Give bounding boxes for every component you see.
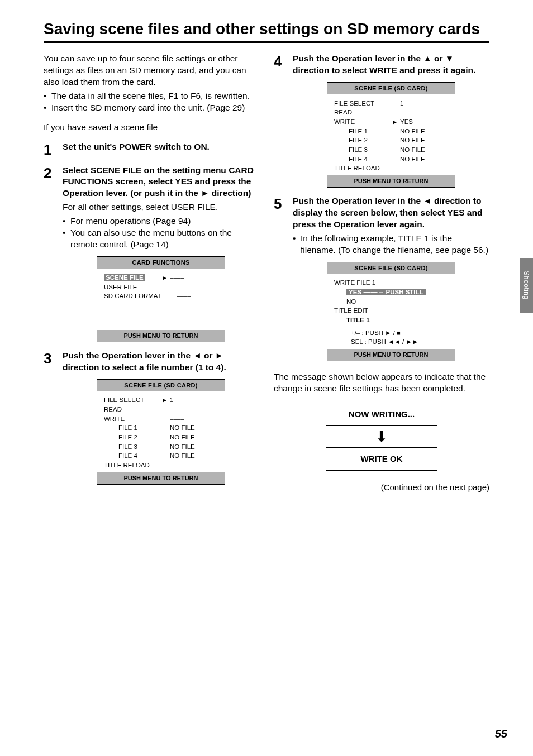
menu-title: SCENE FILE (SD CARD)	[97, 380, 225, 391]
menu-title: SCENE FILE (SD CARD)	[327, 83, 455, 94]
menu-row-title-reload: TITLE RELOAD	[104, 461, 160, 470]
menu-row-write: WRITE	[104, 414, 160, 424]
menu-title: CARD FUNCTIONS	[97, 257, 225, 269]
menu-value: ––––	[400, 164, 448, 173]
menu-scene-file-step5: SCENE FILE (SD CARD) WRITE FILE 1 YES ––…	[327, 262, 455, 361]
menu-row-file3: FILE 3	[104, 442, 160, 452]
right-column: 4 Push the Operation lever in the ▲ or ▼…	[274, 53, 489, 494]
triangle-right-icon	[162, 396, 168, 403]
menu-card-functions: CARD FUNCTIONS SCENE FILE–––– USER FILE–…	[97, 256, 225, 342]
menu-row-read: READ	[104, 405, 160, 414]
menu-scene-file-step3: SCENE FILE (SD CARD) FILE SELECT1 READ––…	[97, 379, 225, 485]
bullet-icon: •	[293, 233, 301, 256]
menu-value: NO FILE	[400, 145, 448, 155]
menu-row-title-reload: TITLE RELOAD	[334, 164, 390, 173]
continued-text: (Continued on the next page)	[274, 482, 489, 493]
down-arrow-icon: ⬇	[326, 429, 437, 444]
menu-row-file1: FILE 1	[104, 423, 160, 433]
menu-value: NO FILE	[170, 451, 218, 461]
step-number-5: 5	[274, 195, 293, 361]
bullet-icon: •	[44, 90, 51, 102]
step-4-head: Push the Operation lever in the ▲ or ▼ d…	[293, 53, 489, 76]
menu-row-yes-push: YES ––––→ PUSH STILL	[346, 289, 426, 295]
menu-row-write: WRITE	[334, 117, 390, 127]
menu-value: NO FILE	[170, 423, 218, 433]
menu-row-file-select: FILE SELECT	[104, 395, 160, 405]
menu-footer: PUSH MENU TO RETURN	[97, 472, 225, 484]
menu-row-file3: FILE 3	[334, 145, 390, 155]
menu-row-no: NO	[334, 297, 448, 307]
side-tab-shooting: Shooting	[520, 258, 533, 313]
menu-value: ––––	[170, 461, 218, 470]
step-2-sub: For all other settings, select USER FILE…	[63, 202, 259, 213]
bullet-icon: •	[63, 216, 70, 227]
step-number-4: 4	[274, 53, 293, 188]
menu-footer: PUSH MENU TO RETURN	[327, 349, 455, 361]
menu-value: YES	[400, 117, 448, 127]
menu-value: ––––	[170, 414, 218, 424]
menu-value: ––––	[170, 273, 218, 283]
step-2-head: Select SCENE FILE on the setting menu CA…	[63, 165, 259, 200]
menu-footer: PUSH MENU TO RETURN	[97, 330, 225, 342]
step-3-head: Push the Operation lever in the ◄ or ► d…	[63, 350, 259, 374]
menu-value: ––––	[177, 291, 218, 301]
menu-row-file4: FILE 4	[104, 451, 160, 461]
menu-value: NO FILE	[170, 442, 218, 452]
step-5-head: Push the Operation lever in the ◄ direct…	[293, 195, 489, 231]
menu-row-sel-val: PUSH ◄◄ / ►►	[368, 338, 418, 345]
menu-value: NO FILE	[400, 155, 448, 164]
step-number-2: 2	[44, 165, 63, 342]
result-intro-text: The message shown below appears to indic…	[274, 371, 489, 395]
bullet-icon: •	[63, 227, 70, 251]
step-number-3: 3	[44, 350, 63, 485]
menu-value: ––––	[170, 283, 218, 292]
triangle-right-icon	[392, 118, 398, 125]
triangle-right-icon	[162, 274, 168, 281]
left-column: You can save up to four scene file setti…	[44, 53, 259, 494]
intro-saved-line: If you have saved a scene file	[44, 122, 259, 133]
menu-value: NO FILE	[400, 127, 448, 136]
intro-bullet-1: The data in all the scene files, F1 to F…	[51, 90, 250, 102]
result-now-writing: NOW WRITING...	[326, 403, 437, 426]
menu-row-file-select: FILE SELECT	[334, 99, 390, 108]
menu-footer: PUSH MENU TO RETURN	[327, 175, 455, 187]
menu-row-title-edit: TITLE EDIT	[334, 306, 448, 315]
menu-item-sd-format: SD CARD FORMAT	[104, 291, 177, 301]
menu-row-pm-val: PUSH ► / ■	[365, 329, 401, 336]
menu-row-file2: FILE 2	[104, 433, 160, 442]
menu-value: 1	[170, 395, 218, 405]
step-2-bullet-2: You can also use the menu buttons on the…	[70, 227, 259, 251]
menu-row-pm-label: +/– :	[351, 329, 364, 336]
menu-row-file2: FILE 2	[334, 136, 390, 145]
intro-bullet-2: Insert the SD memory card into the unit.…	[51, 102, 245, 114]
menu-row-file1: FILE 1	[334, 127, 390, 136]
menu-item-scene-file: SCENE FILE	[104, 274, 145, 281]
menu-row-title1: TITLE 1	[334, 315, 448, 325]
menu-title: SCENE FILE (SD CARD)	[327, 262, 455, 274]
step-number-1: 1	[44, 141, 63, 157]
page-number: 55	[495, 728, 507, 740]
step-1-head: Set the unit's POWER switch to ON.	[63, 141, 259, 153]
menu-row-write-file: WRITE FILE 1	[334, 278, 448, 288]
menu-value: ––––	[400, 108, 448, 117]
menu-value: 1	[400, 99, 448, 108]
step-5-bullet: In the following example, TITLE 1 is the…	[301, 233, 489, 256]
menu-value: ––––	[170, 405, 218, 414]
intro-text: You can save up to four scene file setti…	[44, 53, 259, 88]
menu-row-read: READ	[334, 108, 390, 117]
menu-row-sel-label: SEL :	[351, 338, 367, 345]
menu-scene-file-step4: SCENE FILE (SD CARD) FILE SELECT1 READ––…	[327, 82, 455, 188]
menu-value: NO FILE	[170, 433, 218, 442]
menu-item-user-file: USER FILE	[104, 283, 160, 292]
menu-row-file4: FILE 4	[334, 155, 390, 164]
result-write-ok: WRITE OK	[326, 447, 437, 471]
menu-value: NO FILE	[400, 136, 448, 145]
bullet-icon: •	[44, 102, 51, 114]
page-title: Saving scene files and other settings on…	[44, 20, 489, 43]
step-2-bullet-1: For menu operations (Page 94)	[70, 216, 191, 227]
